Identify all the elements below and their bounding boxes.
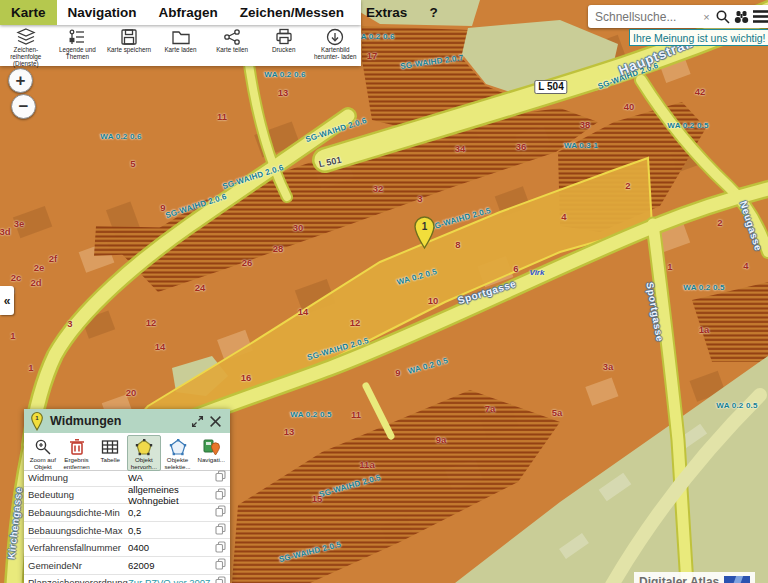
share-icon [222, 28, 242, 46]
zoom-to-object-icon [33, 437, 53, 457]
table-row: Verfahrensfallnummer 0400 [24, 539, 230, 557]
trash-icon [67, 437, 87, 457]
row-value: 0,5 [128, 525, 215, 536]
navigate-icon [201, 437, 221, 457]
tab-zeichen-messen[interactable]: Zeichen/Messen [229, 0, 355, 25]
row-value: allgemeines Wohngebiet [128, 484, 215, 506]
row-value: 0,2 [128, 507, 215, 518]
share-map-button[interactable]: Karte teilen [206, 25, 258, 66]
row-label: Widmung [28, 472, 128, 483]
table-row: Bebauungsdichte-Max 0,5 [24, 522, 230, 540]
row-label: Verfahrensfallnummer [28, 542, 128, 553]
map-marker[interactable]: 1 [412, 216, 437, 254]
save-map-button[interactable]: Karte speichern [103, 25, 155, 66]
panel-title: Widmungen [50, 414, 188, 428]
copy-icon[interactable] [215, 523, 226, 537]
pzvo-link[interactable]: Zur PZVO vor 2007 [128, 577, 215, 583]
attribute-table: Widmung WA Bedeutung allgemeines Wohngeb… [24, 469, 230, 583]
select-objects-icon [168, 437, 188, 457]
svg-text:1: 1 [35, 414, 39, 421]
save-icon [119, 28, 139, 46]
row-value: 0400 [128, 542, 215, 553]
table-row: Bedeutung allgemeines Wohngebiet [24, 487, 230, 505]
table-row: Planzeichenverordnung Zur PZVO vor 2007 [24, 575, 230, 583]
row-label: GemeindeNr [28, 560, 128, 571]
row-value: 62009 [128, 560, 215, 571]
search-icon[interactable] [713, 7, 732, 26]
tab-extras[interactable]: Extras [355, 0, 418, 25]
download-map-image-button[interactable]: Kartenbild herunter- laden [309, 25, 361, 66]
app-window: SG-WAIHD 2.0.7SG-WAIHD 2.0.6SG-WAIHD 2.0… [0, 0, 768, 583]
copy-icon[interactable] [215, 558, 226, 572]
table-button[interactable]: Tabelle [93, 435, 127, 465]
digitaler-atlas-watermark: Digitaler Atlas [634, 572, 755, 583]
binoculars-icon[interactable] [732, 7, 751, 26]
clear-search-icon[interactable]: × [700, 7, 713, 26]
svg-text:1: 1 [422, 221, 428, 232]
row-label: Bebauungsdichte-Min [28, 507, 128, 518]
row-label: Planzeichenverordnung [28, 577, 128, 583]
copy-icon[interactable] [215, 488, 226, 502]
legend-themes-button[interactable]: Legende und Themen [52, 25, 104, 66]
navigate-button[interactable]: Navigati... [194, 435, 228, 465]
highlight-object-button[interactable]: Objekt hervorh... [127, 435, 161, 471]
legend-icon [67, 28, 87, 46]
zoom-to-object-button[interactable]: Zoom auf Objekt [26, 435, 60, 471]
print-button[interactable]: Drucken [258, 25, 310, 66]
atlas-logo-icon [724, 576, 750, 583]
expand-panel-icon[interactable] [188, 412, 206, 430]
feedback-label: Ihre Meinung ist uns wichtig! [633, 32, 765, 44]
watermark-label: Digitaler Atlas [639, 575, 719, 583]
select-objects-button[interactable]: Objekte selektie... [161, 435, 195, 471]
printer-icon [274, 28, 294, 46]
row-value: WA [128, 472, 215, 483]
widmungen-panel: 1 Widmungen Zoom auf Objekt [24, 409, 230, 583]
tab-karte[interactable]: Karte [0, 0, 57, 25]
close-panel-icon[interactable] [206, 412, 224, 430]
row-label: Bebauungsdichte-Max [28, 525, 128, 536]
copy-icon[interactable] [215, 541, 226, 555]
layers-icon [16, 28, 36, 46]
table-row: GemeindeNr 62009 [24, 557, 230, 575]
tab-help[interactable]: ? [418, 0, 448, 25]
folder-icon [171, 28, 191, 46]
copy-icon[interactable] [215, 576, 226, 583]
cloud-download-icon [325, 28, 345, 46]
zoom-in-button[interactable]: + [8, 68, 33, 93]
draw-order-button[interactable]: Zeichen- reihenfolge (Dienste) [0, 25, 52, 66]
menu-bar: Karte Navigation Abfragen Zeichen/Messen… [0, 0, 361, 25]
panel-header[interactable]: 1 Widmungen [24, 409, 230, 433]
main-menu-icon[interactable] [751, 7, 768, 26]
result-marker-icon: 1 [30, 412, 44, 431]
sidebar-collapse-tab[interactable]: « [0, 286, 14, 315]
tab-navigation[interactable]: Navigation [57, 0, 148, 25]
quick-search: × [588, 5, 768, 28]
tab-abfragen[interactable]: Abfragen [148, 0, 229, 25]
row-label: Bedeutung [28, 489, 128, 500]
feedback-banner[interactable]: Ihre Meinung ist uns wichtig! [629, 29, 768, 46]
load-map-button[interactable]: Karte laden [155, 25, 207, 66]
zoom-out-button[interactable]: − [11, 94, 36, 119]
table-row: Bebauungsdichte-Min 0,2 [24, 504, 230, 522]
panel-toolbar: Zoom auf Objekt Ergebnis entfernen Tabel… [24, 433, 230, 471]
highlight-object-icon [134, 437, 154, 457]
table-icon [100, 437, 120, 457]
search-input[interactable] [593, 9, 700, 25]
copy-icon[interactable] [215, 470, 226, 484]
copy-icon[interactable] [215, 505, 226, 519]
remove-result-button[interactable]: Ergebnis entfernen [60, 435, 94, 471]
ribbon-toolbar: Zeichen- reihenfolge (Dienste) Legende u… [0, 25, 361, 66]
